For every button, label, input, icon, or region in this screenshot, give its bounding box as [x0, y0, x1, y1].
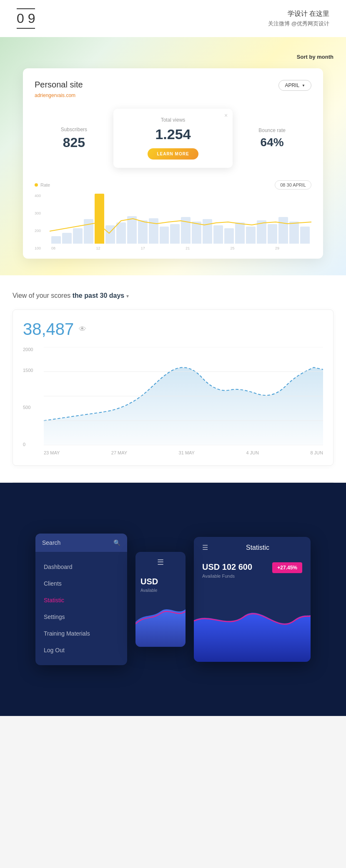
bar-item — [105, 225, 115, 244]
sidebar-menu: Dashboard Clients Statistic Settings Tra… — [35, 552, 127, 665]
sidebar-item-dashboard[interactable]: Dashboard — [35, 559, 127, 575]
statistic-card: ☰ Statistic USD 102 600 Available Funds … — [194, 537, 311, 662]
date-range-button[interactable]: 08 30 APRIL — [275, 180, 311, 190]
site-info: Personal site adriengervais.com — [35, 80, 83, 99]
sidebar-item-statistic[interactable]: Statistic — [35, 592, 127, 609]
usd-label: USD — [135, 573, 186, 588]
statistic-header: ☰ Statistic — [194, 537, 311, 558]
total-views-label: Total views — [126, 117, 221, 123]
bar-item — [73, 228, 83, 244]
area-chart-y-labels: 2000 1500 500 0 — [23, 347, 33, 455]
tagline-main: 学设计 在这里 — [268, 10, 329, 18]
sidebar-item-settings[interactable]: Settings — [35, 609, 127, 625]
area-chart-svg — [44, 347, 323, 445]
y-axis-labels: 400 300 200 100 — [35, 194, 41, 250]
bounce-rate-value: 64% — [233, 136, 311, 149]
bar-item — [149, 218, 158, 244]
dashboard-card: Personal site adriengervais.com APRIL Su… — [23, 68, 323, 259]
stat-badge: +27.45% — [272, 562, 302, 573]
search-label: Search — [42, 539, 60, 546]
section-dashboard: Sort by month Personal site adriengervai… — [0, 37, 346, 275]
hamburger-icon[interactable]: ☰ — [157, 558, 164, 567]
eye-icon: 👁 — [79, 325, 86, 334]
bar-item — [181, 217, 191, 244]
bar-item — [192, 222, 201, 244]
chart-controls: Rate 08 30 APRIL — [35, 180, 311, 190]
bounce-rate-stat: Bounce rate 64% — [233, 127, 311, 149]
search-icon[interactable]: 🔍 — [113, 539, 120, 546]
bar-item — [127, 216, 137, 244]
wave-area-small — [135, 597, 186, 647]
wave-svg-small — [135, 597, 186, 647]
card-header: Personal site adriengervais.com APRIL — [35, 80, 311, 99]
bar-chart-inner — [50, 194, 311, 244]
bar-item — [51, 236, 61, 244]
statistic-hamburger-icon[interactable]: ☰ — [202, 544, 208, 551]
bar-item — [62, 233, 72, 244]
bar-item — [138, 220, 148, 244]
bar-item — [95, 194, 104, 244]
learn-more-button[interactable]: LEARN MORE — [148, 148, 198, 160]
page-number: 0 9 — [17, 8, 35, 29]
x-axis-labels: 081217212529 — [50, 246, 311, 250]
total-views-card: × Total views 1.254 LEARN MORE — [113, 109, 233, 168]
area-chart-x-labels: 23 MAY 27 MAY 31 MAY 4 JUN 8 JUN — [44, 450, 323, 455]
month-selector-button[interactable]: APRIL — [278, 80, 311, 91]
collapsed-card: ☰ USD Available — [135, 552, 186, 647]
bar-item — [300, 227, 310, 244]
sidebar-item-training[interactable]: Training Materials — [35, 625, 127, 642]
subscribers-label: Subscribers — [35, 127, 113, 132]
scores-title: View of your scores the past 30 days ▾ — [13, 292, 333, 299]
bar-item — [257, 220, 266, 244]
bar-item — [289, 222, 299, 244]
sidebar-item-clients[interactable]: Clients — [35, 575, 127, 592]
scores-card: 38,487 👁 2000 1500 500 0 — [13, 309, 333, 466]
stat-available-label: Available Funds — [202, 574, 252, 579]
available-label: Available — [135, 588, 186, 597]
stats-row: Subscribers 825 × Total views 1.254 LEAR… — [35, 109, 311, 168]
sidebar-item-logout[interactable]: Log Out — [35, 642, 127, 658]
bar-item — [235, 222, 245, 244]
bar-item — [224, 228, 234, 244]
rate-legend: Rate — [35, 182, 50, 187]
scores-big-number: 38,487 👁 — [23, 320, 323, 339]
funds-section: USD 102 600 Available Funds +27.45% — [194, 558, 311, 587]
subscribers-value: 825 — [35, 135, 113, 150]
header-taglines: 学设计 在这里 关注微博 @优秀网页设计 — [268, 10, 329, 27]
site-url-link[interactable]: adriengervais.com — [35, 92, 75, 98]
bar-chart — [50, 194, 311, 244]
sidebar-search-bar: Search 🔍 — [35, 534, 127, 552]
chart-area: Rate 08 30 APRIL 400 300 200 100 — [35, 180, 311, 250]
subscribers-stat: Subscribers 825 — [35, 127, 113, 150]
amount-info: USD 102 600 Available Funds — [202, 562, 252, 579]
wave-area-main — [194, 587, 311, 662]
arrow-icon: ▾ — [126, 293, 129, 299]
bounce-rate-label: Bounce rate — [233, 127, 311, 133]
bar-item — [213, 225, 223, 244]
total-views-value: 1.254 — [126, 126, 221, 142]
section-mobile-ui: Search 🔍 Dashboard Clients Statistic Set… — [0, 483, 346, 716]
bar-item — [116, 222, 126, 244]
close-icon[interactable]: × — [224, 112, 228, 119]
wave-svg-main — [194, 587, 311, 662]
bar-item — [278, 217, 288, 244]
statistic-title: Statistic — [213, 544, 302, 551]
bar-item — [84, 219, 93, 244]
bar-item — [170, 224, 180, 244]
section-scores: View of your scores the past 30 days ▾ 3… — [0, 275, 346, 482]
bar-item — [268, 224, 277, 244]
stat-amount: USD 102 600 — [202, 562, 252, 572]
tagline-sub: 关注微博 @优秀网页设计 — [268, 20, 329, 27]
rate-dot-icon — [35, 183, 38, 187]
area-chart-container: 2000 1500 500 0 — [23, 347, 323, 455]
sidebar-card: Search 🔍 Dashboard Clients Statistic Set… — [35, 534, 127, 665]
bar-item — [203, 219, 212, 244]
bar-item — [160, 227, 169, 244]
collapsed-header: ☰ — [135, 552, 186, 573]
sort-by-label: Sort by month — [297, 54, 333, 60]
site-title: Personal site — [35, 80, 83, 90]
bar-item — [246, 227, 256, 244]
page-header: 0 9 学设计 在这里 关注微博 @优秀网页设计 — [0, 0, 346, 37]
